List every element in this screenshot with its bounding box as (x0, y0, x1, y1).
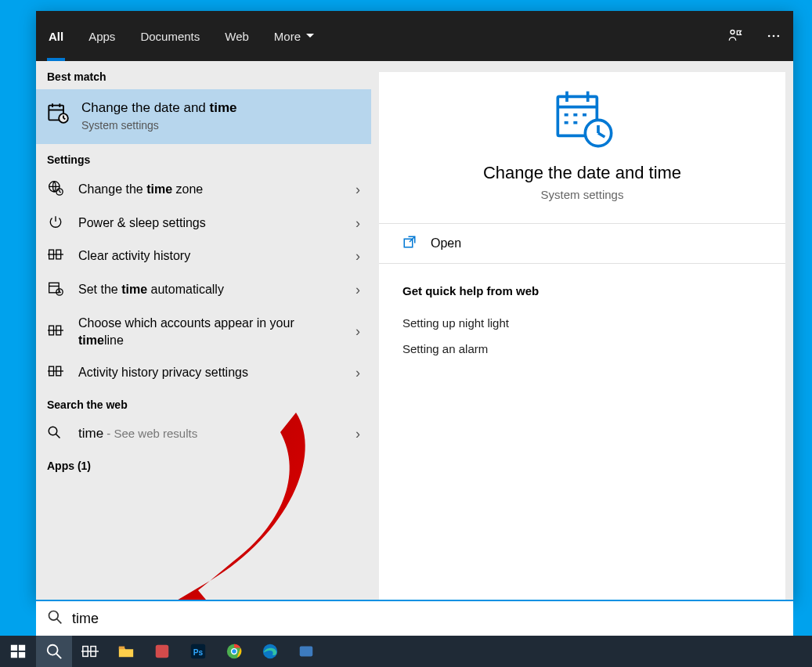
help-link-night-light[interactable]: Setting up night light (379, 310, 785, 336)
svg-point-1 (768, 35, 770, 38)
svg-point-0 (731, 31, 734, 34)
svg-rect-50 (19, 652, 25, 658)
svg-rect-57 (156, 645, 169, 658)
taskbar-app-file-explorer[interactable] (108, 636, 144, 667)
web-search-label: time - See web results (78, 426, 341, 442)
calendar-clock-icon (47, 100, 67, 127)
taskbar-app-chrome[interactable] (216, 636, 252, 667)
taskbar: Ps (0, 636, 812, 667)
chevron-right-icon: › (355, 426, 360, 442)
settings-item-activity-privacy[interactable]: Activity history privacy settings › (36, 356, 371, 389)
open-action[interactable]: Open (379, 224, 785, 264)
timeline-icon (47, 364, 64, 381)
chevron-right-icon: › (355, 365, 360, 381)
search-input[interactable] (72, 611, 782, 627)
svg-rect-56 (119, 647, 125, 650)
feedback-icon[interactable] (715, 11, 754, 61)
task-view-icon (81, 643, 99, 660)
svg-line-14 (60, 192, 61, 193)
settings-item-label: Power & sleep settings (78, 215, 341, 232)
tab-apps[interactable]: Apps (76, 11, 128, 61)
svg-line-30 (56, 434, 60, 438)
tab-web[interactable]: Web (212, 11, 262, 61)
edge-icon (262, 643, 279, 660)
taskbar-app-edge[interactable] (252, 636, 288, 667)
calendar-clock-icon (47, 280, 64, 299)
app-icon (298, 643, 315, 660)
settings-item-power-sleep[interactable]: Power & sleep settings › (36, 207, 371, 240)
start-button[interactable] (0, 636, 36, 667)
detail-title: Change the date and time (379, 163, 785, 183)
detail-subtitle: System settings (379, 188, 785, 201)
search-results-panel: All Apps Documents Web More Best match (36, 11, 793, 600)
taskbar-app-generic-2[interactable] (288, 636, 324, 667)
chevron-right-icon: › (355, 323, 360, 340)
timeline-icon (47, 323, 64, 341)
chevron-right-icon: › (355, 248, 360, 265)
chevron-right-icon: › (355, 282, 360, 298)
svg-rect-18 (49, 283, 59, 293)
quick-help-heading: Get quick help from web (379, 264, 785, 310)
svg-text:Ps: Ps (193, 648, 204, 657)
tab-all[interactable]: All (36, 11, 76, 61)
section-settings: Settings (36, 144, 371, 172)
search-icon (47, 609, 63, 628)
section-search-web: Search the web (36, 389, 371, 417)
svg-rect-49 (11, 652, 17, 658)
taskbar-app-photoshop[interactable]: Ps (180, 636, 216, 667)
svg-point-62 (232, 649, 236, 654)
globe-clock-icon (47, 180, 64, 199)
tab-more[interactable]: More (262, 11, 327, 61)
svg-point-51 (48, 645, 58, 655)
chevron-down-icon (305, 30, 315, 43)
svg-point-29 (49, 427, 57, 435)
best-match-title: Change the date and time (81, 100, 237, 116)
svg-line-22 (60, 292, 61, 293)
section-apps-count: Apps (1) (36, 450, 371, 478)
windows-logo-icon (9, 643, 27, 660)
best-match-subtitle: System settings (81, 119, 237, 132)
search-icon (47, 425, 64, 442)
photoshop-icon: Ps (189, 643, 207, 660)
search-bar[interactable] (36, 600, 793, 636)
detail-header: Change the date and time System settings (379, 72, 785, 224)
svg-rect-48 (19, 645, 25, 651)
settings-item-label: Set the time automatically (78, 281, 341, 298)
web-search-item[interactable]: time - See web results › (36, 417, 371, 450)
best-match-item[interactable]: Change the date and time System settings (36, 89, 371, 144)
taskbar-search-button[interactable] (36, 636, 72, 667)
search-filter-tabs: All Apps Documents Web More (36, 11, 793, 61)
task-view-button[interactable] (72, 636, 108, 667)
timeline-icon (47, 247, 64, 265)
svg-rect-47 (11, 645, 17, 651)
chevron-right-icon: › (355, 215, 360, 232)
settings-item-change-time-zone[interactable]: Change the time zone › (36, 172, 371, 207)
results-list: Best match Change the date and time (36, 61, 371, 600)
open-icon (402, 235, 417, 252)
folder-icon (117, 643, 135, 660)
more-options-icon[interactable] (754, 11, 793, 61)
tab-documents[interactable]: Documents (128, 11, 212, 61)
svg-point-3 (778, 35, 780, 38)
svg-point-45 (49, 611, 59, 621)
section-best-match: Best match (36, 61, 371, 89)
svg-line-46 (57, 619, 62, 624)
help-link-alarm[interactable]: Setting an alarm (379, 336, 785, 362)
tab-more-label: More (274, 30, 301, 43)
settings-item-label: Activity history privacy settings (78, 364, 341, 381)
settings-item-label: Choose which accounts appear in your tim… (78, 315, 341, 348)
svg-rect-64 (300, 647, 313, 657)
settings-item-label: Change the time zone (78, 181, 341, 198)
svg-point-2 (773, 35, 775, 38)
search-icon (45, 643, 63, 660)
open-label: Open (431, 236, 461, 251)
chevron-right-icon: › (355, 182, 360, 198)
settings-item-clear-activity-history[interactable]: Clear activity history › (36, 240, 371, 272)
settings-item-timeline-accounts[interactable]: Choose which accounts appear in your tim… (36, 307, 371, 356)
settings-item-set-time-automatically[interactable]: Set the time automatically › (36, 272, 371, 307)
calendar-clock-icon (379, 86, 785, 149)
svg-line-10 (63, 118, 65, 119)
power-icon (47, 215, 64, 232)
taskbar-app-generic-1[interactable] (144, 636, 180, 667)
svg-line-52 (56, 654, 61, 658)
